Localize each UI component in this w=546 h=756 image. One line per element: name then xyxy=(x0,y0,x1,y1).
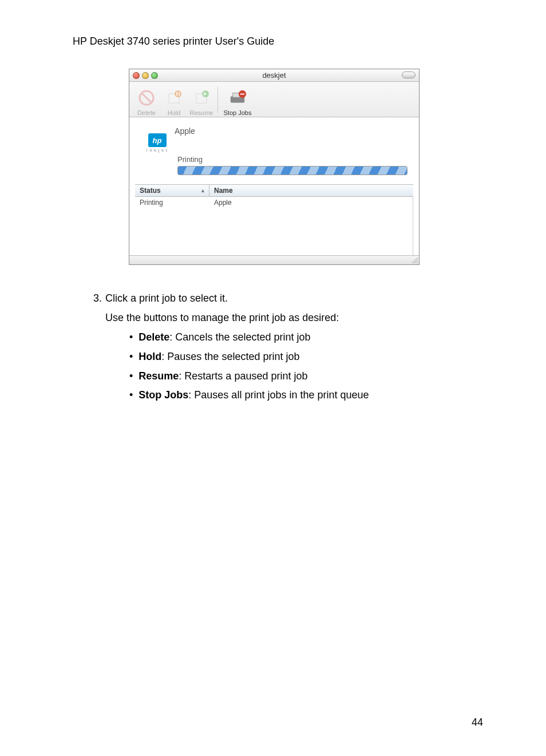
stop-jobs-icon xyxy=(228,89,247,107)
stop-jobs-label: Stop Jobs xyxy=(224,109,252,116)
minimize-button[interactable] xyxy=(142,72,149,79)
toolbar-divider xyxy=(217,86,218,113)
column-header-status[interactable]: Status ▲ xyxy=(135,185,209,196)
delete-label: Delete xyxy=(137,109,156,116)
svg-point-3 xyxy=(175,90,181,97)
bullet-label: Stop Jobs xyxy=(139,389,188,401)
step-item: 3. Click a print job to select it. xyxy=(85,291,474,307)
bullet-list: • Delete: Cancels the selected print job… xyxy=(127,330,474,404)
bullet-item: • Stop Jobs: Pauses all print jobs in th… xyxy=(127,387,474,403)
table-header: Status ▲ Name xyxy=(135,184,413,197)
table-body: Printing Apple xyxy=(135,197,413,255)
delete-button[interactable]: Delete xyxy=(133,83,160,116)
cell-name: Apple xyxy=(209,197,413,208)
hold-button[interactable]: Hold xyxy=(160,83,188,116)
svg-line-15 xyxy=(417,262,418,263)
bullet-desc: : Pauses the selected print job xyxy=(161,351,299,362)
bullet-dot-icon: • xyxy=(129,387,133,403)
bullet-dot-icon: • xyxy=(129,349,133,365)
resume-icon xyxy=(192,89,211,107)
job-info: hp i n k j e t Apple xyxy=(135,122,413,155)
traffic-lights xyxy=(129,72,158,79)
step-sub-text: Use the buttons to manage the print job … xyxy=(105,310,474,326)
sort-indicator-icon: ▲ xyxy=(200,188,205,193)
column-header-name[interactable]: Name xyxy=(209,185,413,196)
progress-fill xyxy=(178,167,407,175)
content-area: hp i n k j e t Apple Printing Status ▲ N… xyxy=(129,117,419,255)
bullet-item: • Resume: Restarts a paused print job xyxy=(127,369,474,385)
bullet-dot-icon: • xyxy=(129,330,133,346)
page-number: 44 xyxy=(472,717,483,729)
svg-line-1 xyxy=(143,94,151,102)
hold-icon xyxy=(165,89,183,107)
bullet-desc: : Cancels the selected print job xyxy=(169,331,310,343)
close-button[interactable] xyxy=(133,72,140,79)
zoom-button[interactable] xyxy=(151,72,158,79)
svg-rect-5 xyxy=(179,92,180,96)
progress-bar xyxy=(177,166,407,175)
window-footer xyxy=(129,255,419,264)
window-title: deskjet xyxy=(129,71,419,80)
cell-status: Printing xyxy=(135,197,209,208)
printer-model-label: i n k j e t xyxy=(147,148,168,152)
page-header: HP Deskjet 3740 series printer User's Gu… xyxy=(73,35,274,48)
stop-jobs-button[interactable]: Stop Jobs xyxy=(220,83,255,116)
svg-rect-4 xyxy=(176,92,177,96)
toolbar-toggle-button[interactable] xyxy=(402,72,416,78)
title-bar: deskjet xyxy=(129,69,419,82)
current-job-name: Apple xyxy=(175,125,195,136)
print-queue-window: deskjet Delete Hold xyxy=(129,69,420,265)
hold-label: Hold xyxy=(168,109,181,116)
hp-logo-icon: hp xyxy=(148,133,167,147)
bullet-label: Delete xyxy=(139,331,169,343)
bullet-desc: : Pauses all print jobs in the print que… xyxy=(188,389,369,401)
step-number: 3. xyxy=(85,291,102,307)
resume-label: Resume xyxy=(190,109,213,116)
step-text: Click a print job to select it. xyxy=(105,291,228,307)
bullet-desc: : Restarts a paused print job xyxy=(179,370,307,382)
svg-rect-12 xyxy=(240,93,245,94)
bullet-label: Resume xyxy=(139,370,179,382)
bullet-item: • Delete: Cancels the selected print job xyxy=(127,330,474,346)
toolbar: Delete Hold Resume xyxy=(129,82,419,117)
progress-status-label: Printing xyxy=(177,155,407,164)
progress-section: Printing xyxy=(135,155,413,179)
article-body: 3. Click a print job to select it. Use t… xyxy=(85,291,474,407)
job-table: Status ▲ Name Printing Apple xyxy=(135,184,413,255)
resume-button[interactable]: Resume xyxy=(188,83,215,116)
delete-icon xyxy=(137,89,156,107)
bullet-item: • Hold: Pauses the selected print job xyxy=(127,349,474,365)
bullet-label: Hold xyxy=(139,351,161,362)
resize-grip-icon[interactable] xyxy=(411,256,418,263)
printer-icon-wrap: hp i n k j e t xyxy=(147,125,168,152)
table-row[interactable]: Printing Apple xyxy=(135,197,413,208)
bullet-dot-icon: • xyxy=(129,369,133,385)
